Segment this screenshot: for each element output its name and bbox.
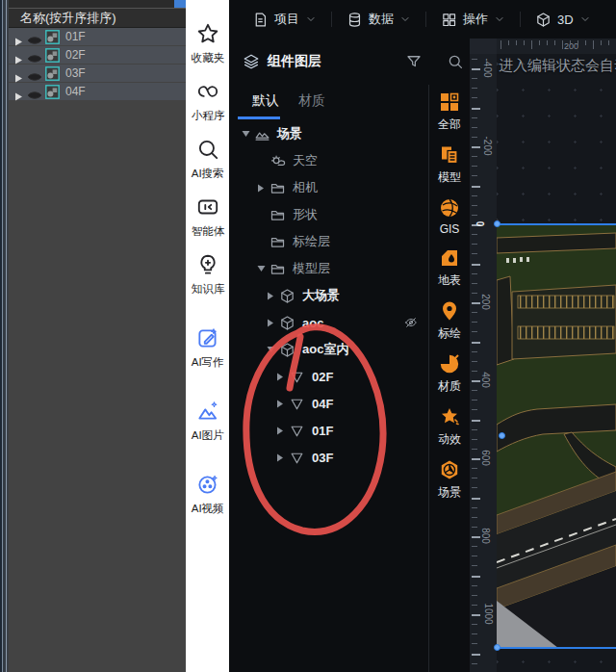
explorer-row-label: 03F <box>65 66 86 80</box>
tab-material[interactable]: 材质 <box>298 92 325 110</box>
filter-icon[interactable] <box>405 53 423 70</box>
tree-item-camera[interactable]: 相机 <box>229 174 428 201</box>
rail-item-model[interactable]: 模型 <box>438 143 461 186</box>
tree-item-sky[interactable]: 天空 <box>229 147 428 174</box>
ruler-tick <box>472 78 477 79</box>
search-icon[interactable] <box>447 53 464 70</box>
sidebar-item-label: AI搜索 <box>192 166 224 181</box>
expand-arrow-icon[interactable] <box>254 262 268 275</box>
tree-item-floor-04f[interactable]: 04F <box>229 390 428 417</box>
selection-handle-bottom[interactable] <box>494 644 500 651</box>
expand-arrow-icon[interactable] <box>254 181 268 194</box>
rail-item-material[interactable]: 材质 <box>438 352 461 395</box>
ruler-tick <box>472 663 477 664</box>
geometry-icon <box>45 85 60 99</box>
sidebar-item-ai-writing[interactable]: AI写作 <box>191 325 224 371</box>
tab-default[interactable]: 默认 <box>252 92 279 110</box>
globe-icon <box>438 196 461 220</box>
expand-arrow-icon[interactable] <box>273 397 287 410</box>
expand-arrow-icon[interactable] <box>273 370 287 383</box>
sidebar-item-ai-video[interactable]: AI视频 <box>191 472 224 517</box>
ruler-tick <box>472 361 477 362</box>
document-icon <box>252 12 269 28</box>
ruler-tick <box>472 527 477 528</box>
sidebar-item-ai-agent[interactable]: 智能体 <box>191 194 225 240</box>
ruler-tick <box>472 117 477 118</box>
expand-arrow-icon[interactable] <box>239 127 252 141</box>
rail-item-effect[interactable]: 动效 <box>438 405 461 448</box>
menu-item-data[interactable]: 数据 <box>346 9 411 30</box>
sidebar-item-ai-image[interactable]: AI图片 <box>191 399 224 444</box>
selection-handle-top[interactable] <box>494 220 500 227</box>
menu-item-operations[interactable]: 操作 <box>441 9 505 30</box>
visibility-icon[interactable] <box>27 87 42 96</box>
rail-item-terrain[interactable]: 地表 <box>438 246 461 289</box>
visibility-icon[interactable] <box>27 68 42 78</box>
tree-item-big-scene[interactable]: 大场景 <box>229 282 428 309</box>
ruler-tick <box>472 429 477 430</box>
menu-divider <box>331 12 332 27</box>
tree-item-aoc[interactable]: aoc <box>229 309 428 336</box>
tree-item-label: 相机 <box>293 179 318 196</box>
explorer-row-03f[interactable]: 03F <box>9 65 186 82</box>
tree-item-floor-02f[interactable]: 02F <box>229 363 428 390</box>
menu-item-project[interactable]: 项目 <box>252 9 317 30</box>
tree-item-label: 标绘层 <box>293 233 330 250</box>
ruler-tick <box>608 40 609 45</box>
explorer-scrollbar[interactable] <box>0 0 9 672</box>
geometry-icon <box>45 30 60 44</box>
rail-item-all[interactable]: 全部 <box>438 90 461 133</box>
explorer-row-04f[interactable]: 04F <box>9 83 186 100</box>
rail-item-plot[interactable]: 标绘 <box>438 299 461 342</box>
viewport-hint-text: 进入编辑状态会自动隐 <box>499 57 616 75</box>
visibility-icon[interactable] <box>27 32 42 41</box>
cube-icon <box>535 12 552 28</box>
explorer-row-01f[interactable]: 01F <box>9 28 186 45</box>
ruler-tick <box>472 264 480 266</box>
selection-handle-mid[interactable] <box>499 432 505 439</box>
ruler-tick <box>547 40 548 45</box>
tree-item-floor-01f[interactable]: 01F <box>229 417 428 444</box>
h-ruler-label: 200 <box>564 41 578 51</box>
explorer-row-02f[interactable]: 02F <box>9 46 186 64</box>
terrain-scene <box>497 224 616 648</box>
expand-arrow-icon[interactable] <box>14 69 23 78</box>
explorer-scroll-chip[interactable] <box>174 0 186 8</box>
tree-item-floor-03f[interactable]: 03F <box>229 444 428 471</box>
ruler-tick <box>472 68 480 70</box>
ruler-tick <box>472 556 477 556</box>
expand-arrow-icon[interactable] <box>273 451 287 464</box>
ruler-tick <box>472 186 480 188</box>
expand-arrow-icon[interactable] <box>273 424 287 437</box>
ruler-tick <box>472 507 477 508</box>
menu-item-3d[interactable]: 3D <box>535 9 591 30</box>
rail-item-gis[interactable]: GIS <box>438 196 461 236</box>
expand-arrow-icon[interactable] <box>14 51 23 60</box>
expand-arrow-icon[interactable] <box>14 33 23 41</box>
sidebar-item-knowledge-base[interactable]: 知识库 <box>191 252 225 297</box>
viewport-3d[interactable]: 200 -400-20002004006008001000 <box>470 39 616 672</box>
tree-item-model-layer[interactable]: 模型层 <box>229 255 428 282</box>
eye-hidden-icon[interactable] <box>403 316 419 329</box>
expand-arrow-icon[interactable] <box>264 343 277 356</box>
v-ruler-label: 800 <box>480 528 491 544</box>
expand-arrow-icon[interactable] <box>264 289 277 302</box>
tree-item-aoc-indoor[interactable]: aoc室内 <box>229 336 428 363</box>
rail-item-scene[interactable]: 场景 <box>438 458 461 501</box>
tree-item-scene-root[interactable]: 场景 <box>229 120 428 147</box>
ruler-tick <box>472 127 477 128</box>
expand-arrow-icon[interactable] <box>264 316 277 329</box>
ruler-tick <box>472 380 480 382</box>
visibility-icon[interactable] <box>27 50 42 60</box>
tree-item-label: 场景 <box>277 125 302 142</box>
sidebar-item-ai-search[interactable]: AI搜索 <box>191 137 224 182</box>
tree-item-shapes[interactable]: 形状 <box>229 201 428 228</box>
sidebar-item-mini-program[interactable]: 小程序 <box>191 79 225 124</box>
tree-item-plot-layer[interactable]: 标绘层 <box>229 228 428 255</box>
ruler-tick <box>472 88 477 89</box>
explorer-sort-header[interactable]: 名称(按升序排序) <box>9 8 186 28</box>
expand-arrow-icon[interactable] <box>14 88 23 96</box>
sidebar-item-favorites[interactable]: 收藏夹 <box>191 21 225 66</box>
ruler-tick <box>472 302 480 304</box>
tree-item-label: aoc <box>302 316 323 330</box>
